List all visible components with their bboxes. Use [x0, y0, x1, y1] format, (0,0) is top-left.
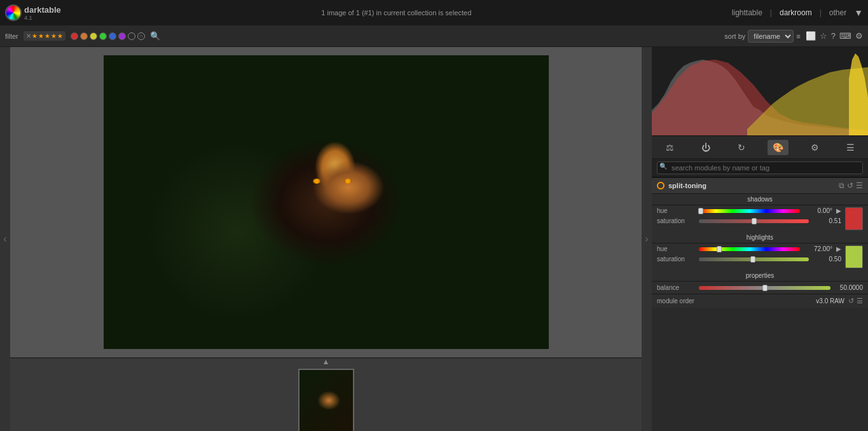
highlights-hue-label: hue — [657, 245, 695, 252]
prev-image-btn[interactable]: ‹ — [0, 47, 10, 431]
module-order-label: module order — [657, 298, 812, 304]
color-combine[interactable]: ∩ — [137, 32, 145, 40]
search-wrap — [657, 161, 863, 174]
color-blue[interactable] — [109, 32, 116, 40]
shadows-hue-arrow[interactable]: ▶ — [836, 207, 841, 214]
nav-other[interactable]: other — [829, 8, 846, 17]
color-orange[interactable] — [80, 32, 88, 40]
color-red[interactable] — [71, 32, 78, 40]
color-yellow[interactable] — [90, 32, 97, 40]
keyboard-icon[interactable]: ⌨ — [839, 31, 851, 41]
shadows-sliders: hue 0.00° ▶ saturation 0.51 — [657, 207, 841, 230]
module-toolbar: ⚖ ⏻ ↻ 🎨 ⚙ ☰ — [652, 136, 868, 159]
nav-links: lighttable | darkroom | other ▼ — [732, 8, 863, 18]
nav-sep-1: | — [770, 8, 772, 17]
main-content: ‹ ▲ › — [0, 47, 868, 431]
shadows-hue-track[interactable] — [699, 209, 800, 213]
sort-area: sort by filename ≡ — [724, 30, 800, 43]
right-panel: ⚖ ⏻ ↻ 🎨 ⚙ ☰ split-toning ⧉ ↺ ☰ — [652, 47, 868, 431]
thumbnail-marker: ▲ — [322, 357, 330, 366]
shadows-sat-thumb[interactable] — [752, 218, 757, 224]
highlights-hue-track[interactable] — [699, 247, 800, 251]
module-search-bar — [652, 159, 868, 177]
highlights-hue-arrow[interactable]: ▶ — [836, 245, 841, 252]
nav-lighttable[interactable]: lighttable — [732, 8, 762, 17]
highlights-hue-slider-row: hue 72.00° ▶ — [657, 245, 841, 252]
shadows-section-header: shadows — [652, 194, 868, 205]
highlights-hue-row: hue 72.00° ▶ saturation 0.50 — [652, 243, 868, 270]
highlights-color-preview[interactable] — [845, 245, 863, 268]
nav-darkroom[interactable]: darkroom — [780, 8, 812, 17]
color-icon[interactable]: 🎨 — [768, 140, 789, 155]
logo-area: darktable 4.1 — [5, 4, 61, 21]
module-order-value: v3.0 RAW — [816, 298, 844, 304]
star-1: ★ — [32, 32, 38, 39]
color-none[interactable] — [128, 32, 135, 40]
color-label-filter[interactable]: ∩ — [71, 32, 145, 40]
highlights-sat-thumb[interactable] — [750, 256, 755, 263]
shadows-sat-track[interactable] — [699, 219, 809, 223]
balance-value: 50.0000 — [834, 284, 863, 291]
shadows-hue-thumb[interactable] — [698, 208, 703, 214]
histogram-svg — [652, 47, 868, 135]
gear-icon[interactable]: ⚙ — [806, 140, 824, 155]
split-toning-title: split-toning — [668, 182, 835, 189]
cat-eye-right — [344, 179, 352, 184]
thumbnail-strip: ▲ — [10, 357, 642, 431]
left-arrow-icon: ‹ — [3, 233, 6, 245]
star-2: ★ — [38, 32, 44, 39]
color-green[interactable] — [99, 32, 107, 40]
highlights-section-header: highlights — [652, 232, 868, 243]
highlights-hue-thumb[interactable] — [717, 246, 722, 252]
module-order-menu-btn[interactable]: ☰ — [857, 297, 863, 305]
module-order-actions: ↺ ☰ — [848, 297, 863, 305]
filter-label: filter — [5, 32, 18, 40]
help-icon[interactable]: ? — [831, 31, 836, 41]
app-version: 4.1 — [24, 15, 61, 21]
thumbnail-1[interactable] — [298, 369, 354, 431]
settings-icon[interactable]: ⚙ — [855, 31, 863, 41]
highlights-sat-value: 0.50 — [813, 256, 841, 263]
balance-thumb[interactable] — [762, 285, 768, 291]
highlights-sat-track[interactable] — [699, 257, 809, 261]
sort-select[interactable]: filename — [748, 30, 794, 43]
highlights-sat-label: saturation — [657, 256, 695, 263]
module-menu-btn[interactable]: ☰ — [856, 181, 863, 190]
darktable-logo — [5, 4, 22, 21]
balance-track[interactable] — [699, 286, 830, 290]
overlay-icon[interactable]: ⬜ — [806, 31, 816, 41]
shadows-hue-label: hue — [657, 207, 695, 214]
module-search-input[interactable] — [657, 161, 863, 174]
image-viewport — [10, 47, 642, 357]
image-area: ▲ — [10, 47, 642, 431]
module-copy-btn[interactable]: ⧉ — [839, 181, 844, 190]
split-toning-header: split-toning ⧉ ↺ ☰ — [652, 177, 868, 194]
module-order-reset-btn[interactable]: ↺ — [848, 297, 854, 305]
toolbar-icons: ⬜ ☆ ? ⌨ ⚙ — [806, 31, 863, 41]
top-bar-left: darktable 4.1 — [5, 4, 61, 21]
power-icon[interactable]: ⏻ — [696, 140, 715, 155]
status-message: 1 image of 1 (#1) in current collection … — [321, 9, 471, 17]
shadows-color-preview[interactable] — [845, 207, 863, 230]
right-arrow-icon: › — [645, 233, 648, 245]
module-reset-btn[interactable]: ↺ — [847, 181, 853, 190]
star-toggle-icon[interactable]: ☆ — [820, 31, 827, 41]
sort-direction-btn[interactable]: ≡ — [796, 32, 800, 40]
highlights-sliders: hue 72.00° ▶ saturation 0.50 — [657, 245, 841, 268]
module-power-btn[interactable] — [657, 182, 665, 189]
shadows-hue-row: hue 0.00° ▶ saturation 0.51 — [652, 205, 868, 232]
module-order-panel: module order v3.0 RAW ↺ ☰ — [652, 294, 868, 308]
adjustments-icon[interactable]: ⚖ — [661, 140, 679, 155]
main-photo[interactable] — [104, 55, 549, 349]
cat-eye-left — [313, 179, 320, 184]
menu-icon[interactable]: ☰ — [841, 140, 860, 155]
highlights-hue-value: 72.00° — [804, 245, 832, 252]
search-icon[interactable]: 🔍 — [150, 31, 160, 41]
color-purple[interactable] — [118, 32, 126, 40]
history-icon[interactable]: ↻ — [733, 140, 750, 155]
next-image-btn[interactable]: › — [642, 47, 652, 431]
nav-dropdown-arrow[interactable]: ▼ — [854, 8, 863, 18]
cat-photo-content — [104, 55, 549, 349]
star-rating-filter[interactable]: ✕ ★ ★ ★ ★ ★ — [24, 31, 65, 41]
star-5: ★ — [57, 32, 63, 39]
